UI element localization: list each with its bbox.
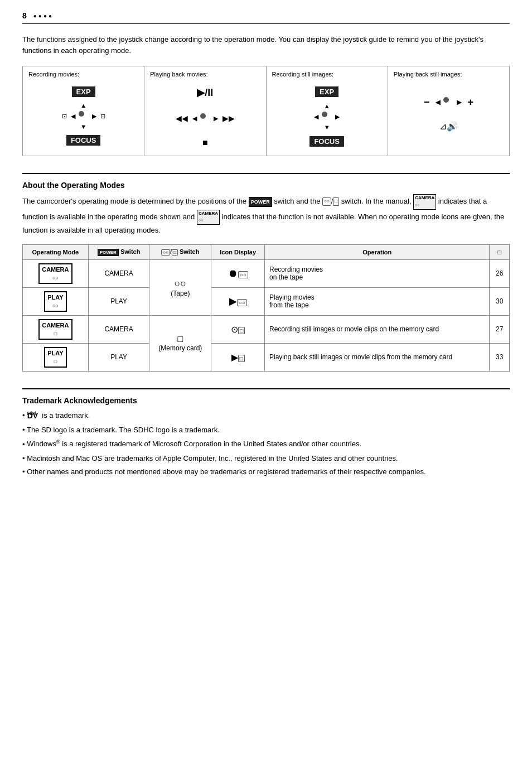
op-mode-play-memory: PLAY□ (23, 343, 89, 371)
play-pause-icon: ▶/II (197, 86, 213, 99)
table-row: CAMERA○○ CAMERA ○○ (Tape) ⏺○○ Recording … (23, 259, 510, 287)
camera-memory-badge: CAMERA□ (38, 319, 72, 340)
joystick-cell-record-still: Recording still images: EXP ▲ ◀▶ ▼ FOCUS (267, 66, 388, 156)
play-tape-badge: PLAY○○ (44, 291, 66, 312)
memory-card-label: (Memory card) (158, 344, 202, 352)
trademark-list: MiniDV is a trademark. The SD logo is a … (22, 409, 510, 479)
play-memory-badge: PLAY□ (44, 347, 66, 368)
power-switch-camera-2: CAMERA (88, 315, 149, 343)
page-play-memory: 33 (490, 343, 510, 371)
power-switch-play-1: PLAY (88, 287, 149, 315)
page-play-tape: 30 (490, 287, 510, 315)
joystick-cell-playback-still: Playing back still images: − ◀▶ + ⊿🔊 (388, 66, 509, 156)
dv-logo: DV (36, 409, 38, 422)
col-header-tape-switch: ○○/□ Switch (149, 244, 211, 259)
icon-play-tape: ▶○○ (211, 287, 265, 315)
camera-tape-badge: CAMERA○○ (38, 263, 72, 284)
exp-label-1: EXP (72, 86, 95, 97)
tape-label: (Tape) (171, 290, 190, 297)
about-section-title: About the Operating Modes (22, 181, 510, 190)
operation-rec-tape: Recording movieson the tape (265, 259, 490, 287)
focus-label-1: FOCUS (66, 135, 101, 146)
col-header-page: □ (490, 244, 510, 259)
list-item: Windows® is a registered trademark of Mi… (22, 438, 510, 450)
about-section-body: The camcorder's operating mode is determ… (22, 194, 510, 237)
list-item: Macintosh and Mac OS are trademarks of A… (22, 453, 510, 465)
op-mode-camera-memory: CAMERA□ (23, 315, 89, 343)
joystick-icons-playback-movies: ▶/II ◀◀ ◀▶ ▶▶ ■ (150, 83, 260, 151)
operation-play-memory: Playing back still images or movie clips… (265, 343, 490, 371)
section-divider-1 (22, 173, 510, 174)
intro-text: The functions assigned to the joystick c… (22, 34, 510, 56)
power-badge: POWER (249, 197, 272, 207)
tape-switch-memory-1: □ (Memory card) (149, 315, 211, 371)
stop-icon: ■ (202, 138, 208, 148)
camera-available-badge: CAMERA○○ (413, 194, 436, 210)
operation-play-tape: Playing moviesfrom the tape (265, 287, 490, 315)
operation-rec-memory: Recording still images or movie clips on… (265, 315, 490, 343)
col-header-icon-display: Icon Display (211, 244, 265, 259)
memory-switch-icon: □ (333, 197, 339, 206)
page-number: 8 (22, 11, 27, 20)
power-switch-camera-1: CAMERA (88, 259, 149, 287)
minus-icon: − (424, 97, 430, 108)
playback-still-icon: ⊿🔊 (439, 121, 458, 132)
page-dots: ●●●● (33, 13, 395, 19)
col-header-operation: Operation (265, 244, 490, 259)
icon-play-memory: ▶□ (211, 343, 265, 371)
camera-unavailable-badge: CAMERA○○ (197, 210, 220, 225)
op-mode-camera-tape: CAMERA○○ (23, 259, 89, 287)
power-switch-play-2: PLAY (88, 343, 149, 371)
icon-rec-tape: ⏺○○ (211, 259, 265, 287)
joystick-cell-playback-movies: Playing back movies: ▶/II ◀◀ ◀▶ ▶▶ ■ (144, 66, 266, 156)
plus-icon: + (467, 97, 473, 108)
list-item: Other names and products not mentioned a… (22, 466, 510, 478)
section-divider-2 (22, 388, 510, 389)
joystick-label-playback-movies: Playing back movies: (150, 71, 260, 78)
joystick-label-record-still: Recording still images: (272, 71, 382, 78)
joystick-label-record-movies: Recording movies: (28, 71, 138, 78)
about-section: About the Operating Modes The camcorder'… (22, 181, 510, 372)
op-mode-play-tape: PLAY○○ (23, 287, 89, 315)
joystick-label-playback-still: Playing back still images: (394, 71, 504, 78)
list-item: MiniDV is a trademark. (22, 409, 510, 422)
joystick-guide-table: Recording movies: EXP ⊡ ▲ ◀▶ ▼ ⊡ FOCUS P… (22, 66, 510, 156)
trademark-title: Trademark Acknowledgements (22, 396, 510, 405)
table-row: PLAY○○ PLAY ▶○○ Playing moviesfrom the t… (23, 287, 510, 315)
col-header-op-mode: Operating Mode (23, 244, 89, 259)
table-row: PLAY□ PLAY ▶□ Playing back still images … (23, 343, 510, 371)
tape-switch-icon: ○○ (322, 197, 331, 206)
list-item: The SD logo is a trademark. The SDHC log… (22, 425, 510, 436)
joystick-icons-playback-still: − ◀▶ + ⊿🔊 (394, 83, 504, 135)
joystick-icons-record-still: EXP ▲ ◀▶ ▼ FOCUS (272, 83, 382, 150)
operating-modes-table: Operating Mode POWER Switch ○○/□ Switch … (22, 244, 510, 372)
exp-label-2: EXP (315, 86, 338, 97)
focus-label-2: FOCUS (309, 136, 344, 147)
trademark-section: Trademark Acknowledgements MiniDV is a t… (22, 396, 510, 479)
joystick-cell-record-movies: Recording movies: EXP ⊡ ▲ ◀▶ ▼ ⊡ FOCUS (23, 66, 144, 156)
joystick-icons-record-movies: EXP ⊡ ▲ ◀▶ ▼ ⊡ FOCUS (28, 83, 138, 149)
icon-rec-memory: ⊙□ (211, 315, 265, 343)
col-header-power-switch: POWER Switch (88, 244, 149, 259)
tape-switch-tape-1: ○○ (Tape) (149, 259, 211, 315)
page-rec-memory: 27 (490, 315, 510, 343)
page-rec-tape: 26 (490, 259, 510, 287)
page-header: 8 ●●●● (22, 11, 510, 24)
table-row: CAMERA□ CAMERA □ (Memory card) ⊙□ Record… (23, 315, 510, 343)
